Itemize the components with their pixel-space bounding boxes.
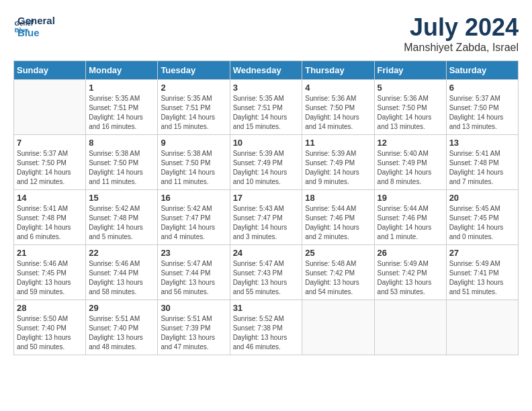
day-number: 19 xyxy=(378,193,443,203)
day-number: 14 xyxy=(17,193,83,203)
day-info: Sunrise: 5:51 AM Sunset: 7:40 PM Dayligh… xyxy=(89,314,154,352)
day-info: Sunrise: 5:42 AM Sunset: 7:48 PM Dayligh… xyxy=(89,204,154,242)
calendar-day-cell: 3Sunrise: 5:35 AM Sunset: 7:51 PM Daylig… xyxy=(230,80,302,135)
calendar-day-cell: 27Sunrise: 5:49 AM Sunset: 7:41 PM Dayli… xyxy=(446,245,518,300)
day-number: 3 xyxy=(233,83,300,93)
day-number: 18 xyxy=(305,193,371,203)
day-info: Sunrise: 5:39 AM Sunset: 7:49 PM Dayligh… xyxy=(305,149,371,187)
day-info: Sunrise: 5:46 AM Sunset: 7:45 PM Dayligh… xyxy=(17,259,83,297)
day-number: 4 xyxy=(305,83,371,93)
day-info: Sunrise: 5:36 AM Sunset: 7:50 PM Dayligh… xyxy=(378,94,443,132)
calendar-week-row: 14Sunrise: 5:41 AM Sunset: 7:48 PM Dayli… xyxy=(14,190,519,245)
calendar-day-cell: 21Sunrise: 5:46 AM Sunset: 7:45 PM Dayli… xyxy=(14,245,86,300)
calendar-header-tuesday: Tuesday xyxy=(158,61,230,80)
day-number: 25 xyxy=(305,248,371,258)
day-info: Sunrise: 5:40 AM Sunset: 7:49 PM Dayligh… xyxy=(378,149,443,187)
day-info: Sunrise: 5:41 AM Sunset: 7:48 PM Dayligh… xyxy=(17,204,83,242)
calendar-day-cell: 18Sunrise: 5:44 AM Sunset: 7:46 PM Dayli… xyxy=(302,190,374,245)
calendar-day-cell xyxy=(14,80,86,135)
logo: General Blue General Blue xyxy=(13,13,55,39)
day-info: Sunrise: 5:38 AM Sunset: 7:50 PM Dayligh… xyxy=(161,149,226,187)
day-info: Sunrise: 5:35 AM Sunset: 7:51 PM Dayligh… xyxy=(161,94,226,132)
calendar-day-cell: 6Sunrise: 5:37 AM Sunset: 7:50 PM Daylig… xyxy=(446,80,518,135)
calendar-day-cell: 8Sunrise: 5:38 AM Sunset: 7:50 PM Daylig… xyxy=(86,135,158,190)
calendar-header-wednesday: Wednesday xyxy=(230,61,302,80)
day-number: 15 xyxy=(89,193,154,203)
day-number: 8 xyxy=(89,138,154,148)
calendar-week-row: 7Sunrise: 5:37 AM Sunset: 7:50 PM Daylig… xyxy=(14,135,519,190)
day-info: Sunrise: 5:52 AM Sunset: 7:38 PM Dayligh… xyxy=(233,314,300,352)
calendar-day-cell xyxy=(446,300,518,355)
day-number: 31 xyxy=(233,303,300,313)
day-number: 30 xyxy=(161,303,226,313)
day-number: 7 xyxy=(17,138,83,148)
calendar-week-row: 1Sunrise: 5:35 AM Sunset: 7:51 PM Daylig… xyxy=(14,80,519,135)
day-info: Sunrise: 5:36 AM Sunset: 7:50 PM Dayligh… xyxy=(305,94,371,132)
day-number: 20 xyxy=(449,193,515,203)
calendar-day-cell xyxy=(374,300,446,355)
day-info: Sunrise: 5:37 AM Sunset: 7:50 PM Dayligh… xyxy=(449,94,515,132)
day-info: Sunrise: 5:49 AM Sunset: 7:42 PM Dayligh… xyxy=(378,259,443,297)
calendar-day-cell: 5Sunrise: 5:36 AM Sunset: 7:50 PM Daylig… xyxy=(374,80,446,135)
calendar-header-thursday: Thursday xyxy=(302,61,374,80)
day-info: Sunrise: 5:46 AM Sunset: 7:44 PM Dayligh… xyxy=(89,259,154,297)
day-number: 27 xyxy=(449,248,515,258)
calendar-day-cell: 2Sunrise: 5:35 AM Sunset: 7:51 PM Daylig… xyxy=(158,80,230,135)
day-number: 11 xyxy=(305,138,371,148)
calendar-day-cell: 11Sunrise: 5:39 AM Sunset: 7:49 PM Dayli… xyxy=(302,135,374,190)
calendar-day-cell: 12Sunrise: 5:40 AM Sunset: 7:49 PM Dayli… xyxy=(374,135,446,190)
calendar-day-cell: 22Sunrise: 5:46 AM Sunset: 7:44 PM Dayli… xyxy=(86,245,158,300)
day-number: 24 xyxy=(233,248,300,258)
calendar-header-sunday: Sunday xyxy=(14,61,86,80)
day-number: 2 xyxy=(161,83,226,93)
day-number: 23 xyxy=(161,248,226,258)
logo-general: General xyxy=(17,15,55,27)
calendar-day-cell: 1Sunrise: 5:35 AM Sunset: 7:51 PM Daylig… xyxy=(86,80,158,135)
day-info: Sunrise: 5:44 AM Sunset: 7:46 PM Dayligh… xyxy=(378,204,443,242)
day-number: 12 xyxy=(378,138,443,148)
day-info: Sunrise: 5:43 AM Sunset: 7:47 PM Dayligh… xyxy=(233,204,300,242)
calendar-day-cell: 31Sunrise: 5:52 AM Sunset: 7:38 PM Dayli… xyxy=(230,300,302,355)
day-number: 6 xyxy=(449,83,515,93)
day-info: Sunrise: 5:44 AM Sunset: 7:46 PM Dayligh… xyxy=(305,204,371,242)
title-area: July 2024 Manshiyet Zabda, Israel xyxy=(404,13,519,54)
calendar-day-cell: 16Sunrise: 5:42 AM Sunset: 7:47 PM Dayli… xyxy=(158,190,230,245)
day-number: 26 xyxy=(378,248,443,258)
day-info: Sunrise: 5:39 AM Sunset: 7:49 PM Dayligh… xyxy=(233,149,300,187)
calendar-day-cell xyxy=(302,300,374,355)
day-info: Sunrise: 5:47 AM Sunset: 7:43 PM Dayligh… xyxy=(233,259,300,297)
day-info: Sunrise: 5:35 AM Sunset: 7:51 PM Dayligh… xyxy=(89,94,154,132)
day-info: Sunrise: 5:49 AM Sunset: 7:41 PM Dayligh… xyxy=(449,259,515,297)
calendar-week-row: 21Sunrise: 5:46 AM Sunset: 7:45 PM Dayli… xyxy=(14,245,519,300)
day-number: 13 xyxy=(449,138,515,148)
day-number: 10 xyxy=(233,138,300,148)
month-title: July 2024 xyxy=(404,13,519,42)
day-number: 22 xyxy=(89,248,154,258)
day-info: Sunrise: 5:48 AM Sunset: 7:42 PM Dayligh… xyxy=(305,259,371,297)
calendar-day-cell: 4Sunrise: 5:36 AM Sunset: 7:50 PM Daylig… xyxy=(302,80,374,135)
calendar-day-cell: 9Sunrise: 5:38 AM Sunset: 7:50 PM Daylig… xyxy=(158,135,230,190)
calendar-day-cell: 30Sunrise: 5:51 AM Sunset: 7:39 PM Dayli… xyxy=(158,300,230,355)
calendar-day-cell: 24Sunrise: 5:47 AM Sunset: 7:43 PM Dayli… xyxy=(230,245,302,300)
day-number: 9 xyxy=(161,138,226,148)
calendar-day-cell: 10Sunrise: 5:39 AM Sunset: 7:49 PM Dayli… xyxy=(230,135,302,190)
day-info: Sunrise: 5:42 AM Sunset: 7:47 PM Dayligh… xyxy=(161,204,226,242)
calendar-week-row: 28Sunrise: 5:50 AM Sunset: 7:40 PM Dayli… xyxy=(14,300,519,355)
calendar-day-cell: 14Sunrise: 5:41 AM Sunset: 7:48 PM Dayli… xyxy=(14,190,86,245)
calendar-day-cell: 15Sunrise: 5:42 AM Sunset: 7:48 PM Dayli… xyxy=(86,190,158,245)
day-info: Sunrise: 5:50 AM Sunset: 7:40 PM Dayligh… xyxy=(17,314,83,352)
calendar-day-cell: 19Sunrise: 5:44 AM Sunset: 7:46 PM Dayli… xyxy=(374,190,446,245)
day-number: 28 xyxy=(17,303,83,313)
day-number: 1 xyxy=(89,83,154,93)
day-number: 21 xyxy=(17,248,83,258)
calendar-day-cell: 23Sunrise: 5:47 AM Sunset: 7:44 PM Dayli… xyxy=(158,245,230,300)
calendar-day-cell: 7Sunrise: 5:37 AM Sunset: 7:50 PM Daylig… xyxy=(14,135,86,190)
calendar-day-cell: 17Sunrise: 5:43 AM Sunset: 7:47 PM Dayli… xyxy=(230,190,302,245)
calendar-day-cell: 26Sunrise: 5:49 AM Sunset: 7:42 PM Dayli… xyxy=(374,245,446,300)
day-info: Sunrise: 5:41 AM Sunset: 7:48 PM Dayligh… xyxy=(449,149,515,187)
calendar-day-cell: 20Sunrise: 5:45 AM Sunset: 7:45 PM Dayli… xyxy=(446,190,518,245)
calendar-day-cell: 13Sunrise: 5:41 AM Sunset: 7:48 PM Dayli… xyxy=(446,135,518,190)
day-number: 5 xyxy=(378,83,443,93)
calendar-header-row: SundayMondayTuesdayWednesdayThursdayFrid… xyxy=(14,61,519,80)
day-info: Sunrise: 5:47 AM Sunset: 7:44 PM Dayligh… xyxy=(161,259,226,297)
